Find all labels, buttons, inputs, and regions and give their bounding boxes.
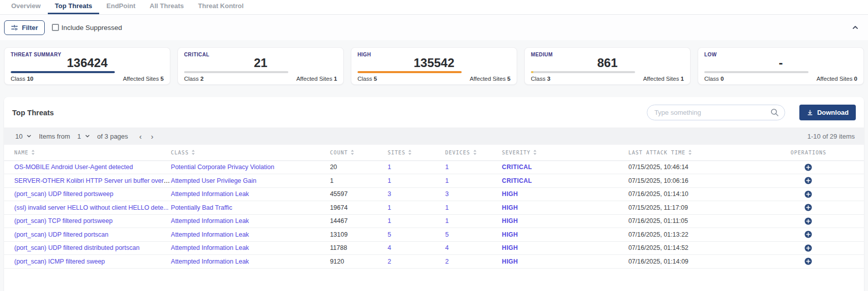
tab-threat-kontrol[interactable]: Threat Kontrol — [191, 0, 251, 14]
threat-class-link[interactable]: Attempted User Privilege Gain — [171, 177, 256, 184]
card-affected-sites: Affected Sites 0 — [817, 76, 857, 82]
devices-link[interactable]: 3 — [445, 190, 448, 198]
expand-row-plus-button[interactable] — [804, 231, 812, 238]
sites-link[interactable]: 1 — [387, 217, 391, 224]
severity-cell[interactable]: CRITICAL — [502, 174, 628, 188]
threat-class-link[interactable]: Attempted Information Leak — [171, 244, 249, 251]
tab-endpoint[interactable]: EndPoint — [99, 0, 142, 14]
devices-link[interactable]: 4 — [445, 244, 448, 251]
sites-link[interactable]: 1 — [387, 204, 391, 211]
threat-name-link[interactable]: (port_scan) TCP filtered portsweep — [14, 217, 112, 224]
card-class-count: Class 10 — [11, 76, 34, 82]
threat-class-link[interactable]: Potential Corporate Privacy Violation — [171, 164, 274, 171]
threat-class-link[interactable]: Attempted Information Leak — [171, 231, 249, 238]
column-header-name[interactable]: NAME — [4, 145, 171, 160]
table-row: (port_scan) ICMP filtered sweep Attempte… — [4, 255, 864, 269]
count-cell: 14467 — [330, 214, 387, 228]
tab-top-threats[interactable]: Top Threats — [48, 0, 99, 14]
expand-row-plus-button[interactable] — [804, 164, 812, 171]
devices-link[interactable]: 1 — [445, 177, 448, 184]
of-pages-label: of 3 pages — [97, 133, 128, 140]
tab-overview[interactable]: Overview — [4, 0, 48, 14]
severity-cell[interactable]: HIGH — [502, 228, 628, 242]
sort-icon — [350, 149, 354, 155]
table-row: (port_scan) UDP filtered portscan Attemp… — [4, 228, 864, 242]
include-suppressed-label: Include Suppressed — [62, 24, 122, 31]
filter-bar: Filter Include Suppressed — [0, 15, 868, 40]
sites-link[interactable]: 3 — [387, 190, 391, 198]
devices-link[interactable]: 2 — [445, 258, 448, 265]
card-progress-fill — [357, 71, 462, 73]
sites-link[interactable]: 4 — [387, 244, 391, 251]
expand-row-plus-button[interactable] — [804, 244, 812, 252]
column-header-class[interactable]: CLASS — [171, 145, 330, 160]
severity-cell[interactable]: HIGH — [502, 187, 628, 201]
devices-link[interactable]: 1 — [445, 217, 448, 224]
threat-class-link[interactable]: Attempted Information Leak — [171, 190, 249, 198]
devices-link[interactable]: 1 — [445, 204, 448, 211]
expand-row-plus-button[interactable] — [804, 190, 812, 198]
severity-cell[interactable]: HIGH — [502, 201, 628, 215]
count-cell: 45597 — [330, 187, 387, 201]
table-row: OS-MOBILE Android User-Agent detected Po… — [4, 160, 864, 174]
count-cell: 20 — [330, 160, 387, 174]
filter-button[interactable]: Filter — [4, 20, 45, 35]
next-page-button[interactable]: › — [149, 132, 156, 141]
threat-name-link[interactable]: SERVER-OTHER Kolibri HTTP Server uri buf… — [14, 177, 171, 184]
column-header-count[interactable]: COUNT — [330, 145, 387, 160]
count-cell: 19674 — [330, 201, 387, 215]
summary-card-medium: MEDIUM 861 Class 3 Affected Sites 1 — [524, 47, 691, 85]
card-progress-fill — [531, 71, 533, 73]
card-progress-track — [357, 71, 462, 73]
devices-link[interactable]: 5 — [445, 231, 448, 238]
column-header-last-attack-time[interactable]: LAST ATTACK TIME — [628, 145, 753, 160]
threat-name-link[interactable]: (port_scan) UDP filtered portsweep — [14, 190, 113, 198]
card-progress-track — [704, 71, 809, 73]
threat-name-link[interactable]: (ssl) invalid server HELLO without clien… — [14, 204, 169, 211]
last-attack-time-cell: 07/16/2025, 01:13:22 — [628, 228, 753, 242]
last-attack-time-cell: 07/16/2025, 01:11:05 — [628, 214, 753, 228]
column-header-sites[interactable]: SITES — [387, 145, 445, 160]
search-input[interactable] — [647, 105, 785, 120]
page-size-select[interactable]: 10 — [13, 133, 34, 140]
threat-name-link[interactable]: (port_scan) ICMP filtered sweep — [14, 258, 105, 265]
sites-link[interactable]: 1 — [387, 164, 391, 171]
last-attack-time-cell: 07/16/2025, 01:14:52 — [628, 241, 753, 255]
sites-link[interactable]: 1 — [387, 177, 391, 184]
threat-class-link[interactable]: Potentially Bad Traffic — [171, 204, 232, 211]
threat-class-link[interactable]: Attempted Information Leak — [171, 258, 249, 265]
severity-cell[interactable]: HIGH — [502, 241, 628, 255]
include-suppressed-checkbox[interactable] — [52, 24, 59, 31]
column-header-severity[interactable]: SEVERITY — [502, 145, 628, 160]
card-value: 135542 — [357, 56, 511, 70]
threat-name-link[interactable]: OS-MOBILE Android User-Agent detected — [14, 164, 133, 171]
sort-icon — [533, 149, 537, 155]
search-box — [647, 105, 785, 120]
severity-cell[interactable]: HIGH — [502, 214, 628, 228]
expand-row-plus-button[interactable] — [804, 257, 812, 265]
last-attack-time-cell: 07/16/2025, 01:14:10 — [628, 187, 753, 201]
last-attack-time-cell: 07/16/2025, 01:14:09 — [628, 255, 753, 269]
devices-link[interactable]: 1 — [445, 164, 448, 171]
tab-all-threats[interactable]: All Threats — [142, 0, 191, 14]
severity-cell[interactable]: HIGH — [502, 255, 628, 269]
threat-name-link[interactable]: (port_scan) UDP filtered distributed por… — [14, 244, 139, 251]
prev-page-button[interactable]: ‹ — [137, 132, 144, 141]
sites-link[interactable]: 5 — [387, 231, 391, 238]
sort-icon — [473, 149, 477, 155]
card-progress-track — [531, 71, 635, 73]
sort-icon — [31, 149, 35, 155]
column-header-devices[interactable]: DEVICES — [445, 145, 502, 160]
threat-name-link[interactable]: (port_scan) UDP filtered portscan — [14, 231, 108, 238]
filter-button-label: Filter — [22, 24, 38, 31]
collapse-chevron-up-icon[interactable] — [852, 24, 859, 31]
download-button[interactable]: Download — [799, 105, 856, 120]
expand-row-plus-button[interactable] — [804, 177, 812, 184]
expand-row-plus-button[interactable] — [804, 217, 812, 225]
page-number-select[interactable]: 1 — [75, 133, 92, 140]
summary-card-critical: CRITICAL 21 Class 2 Affected Sites 1 — [177, 47, 344, 85]
expand-row-plus-button[interactable] — [804, 204, 812, 211]
sites-link[interactable]: 2 — [387, 258, 391, 265]
threat-class-link[interactable]: Attempted Information Leak — [171, 217, 249, 224]
severity-cell[interactable]: CRITICAL — [502, 160, 628, 174]
